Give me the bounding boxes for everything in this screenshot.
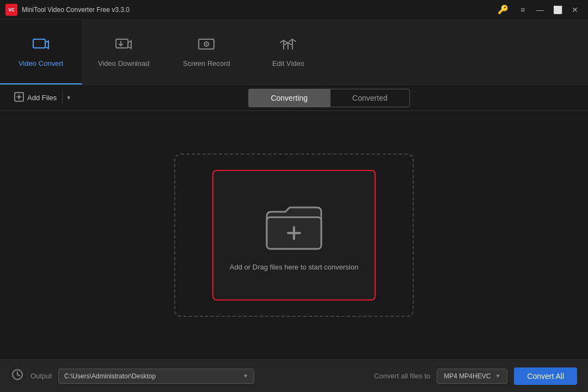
- drop-zone-inner[interactable]: Add or Drag files here to start conversi…: [212, 170, 376, 301]
- output-path-dropdown-arrow: ▼: [243, 373, 248, 379]
- nav-item-video-download[interactable]: Video Download: [82, 20, 166, 84]
- convert-all-button[interactable]: Convert All: [514, 367, 577, 385]
- window-controls: ≡ — ⬜ ✕: [515, 4, 583, 16]
- format-selector[interactable]: MP4 MP4HEVC ▼: [437, 369, 507, 384]
- add-files-plus-icon: [14, 92, 24, 104]
- nav-item-edit-video[interactable]: Edit Video: [247, 20, 329, 84]
- screen-record-icon: [198, 37, 215, 55]
- titlebar: vc MiniTool Video Converter Free v3.3.0 …: [0, 0, 588, 20]
- nav-item-edit-video-label: Edit Video: [272, 59, 304, 68]
- add-files-button[interactable]: Add Files ▼: [9, 89, 75, 107]
- maximize-button[interactable]: ⬜: [550, 4, 565, 16]
- tab-converting[interactable]: Converting: [248, 89, 330, 107]
- nav-item-video-convert[interactable]: Video Convert: [0, 20, 82, 84]
- add-files-label: Add Files: [27, 94, 57, 102]
- video-download-icon: [115, 37, 132, 55]
- hamburger-menu-button[interactable]: ≡: [515, 4, 530, 16]
- drop-zone-text: Add or Drag files here to start conversi…: [230, 263, 358, 271]
- svg-rect-0: [33, 39, 45, 48]
- app-logo: vc: [5, 4, 17, 16]
- logo-text: vc: [8, 7, 14, 13]
- bottombar: Output C:\Users\Administrator\Desktop ▼ …: [0, 359, 588, 392]
- format-dropdown-arrow: ▼: [495, 373, 500, 379]
- key-icon: 🔑: [498, 4, 509, 15]
- nav-item-screen-record-label: Screen Record: [183, 59, 230, 68]
- drop-zone-outer: Add or Drag files here to start conversi…: [174, 154, 414, 317]
- output-path-text: C:\Users\Administrator\Desktop: [64, 372, 238, 380]
- main-content: Add or Drag files here to start conversi…: [0, 111, 588, 359]
- minimize-button[interactable]: —: [532, 4, 548, 16]
- nav-item-video-convert-label: Video Convert: [19, 59, 63, 68]
- output-path-selector[interactable]: C:\Users\Administrator\Desktop ▼: [58, 369, 254, 384]
- folder-add-icon: [261, 200, 327, 254]
- svg-rect-1: [116, 39, 128, 48]
- nav-item-screen-record[interactable]: Screen Record: [166, 20, 247, 84]
- tabs-group: Converting Converted: [248, 89, 409, 107]
- format-label-text: MP4 MP4HEVC: [444, 372, 491, 380]
- edit-video-icon: [279, 37, 297, 55]
- convert-all-files-label: Convert all files to: [374, 372, 430, 380]
- close-button[interactable]: ✕: [567, 4, 583, 16]
- add-files-dropdown-arrow[interactable]: ▼: [62, 91, 75, 104]
- toolbar: Add Files ▼ Converting Converted: [0, 85, 588, 111]
- video-convert-icon: [32, 37, 50, 55]
- output-label: Output: [30, 372, 52, 380]
- add-files-main[interactable]: Add Files: [9, 89, 62, 107]
- tab-converted[interactable]: Converted: [330, 89, 410, 107]
- clock-icon: [11, 368, 24, 384]
- nav-item-video-download-label: Video Download: [98, 59, 149, 68]
- navbar: Video Convert Video Download Screen Reco…: [0, 20, 588, 85]
- svg-point-4: [206, 43, 207, 45]
- app-title: MiniTool Video Converter Free v3.3.0: [22, 6, 493, 14]
